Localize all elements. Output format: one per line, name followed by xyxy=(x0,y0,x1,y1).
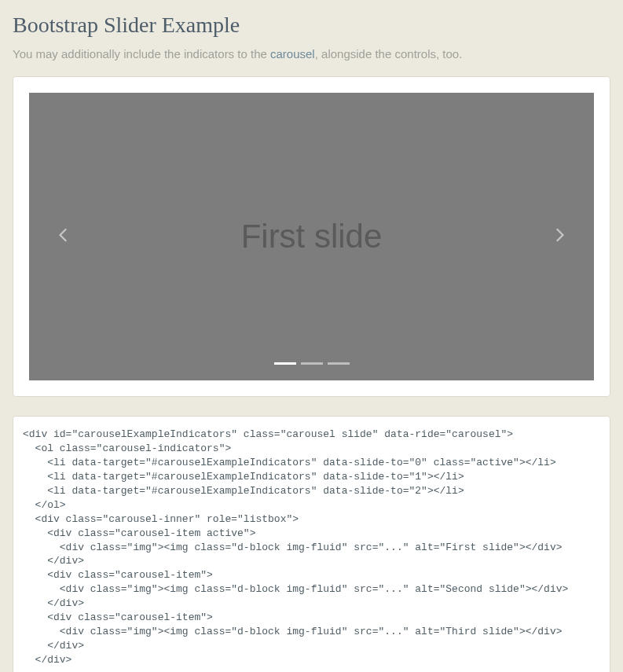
subtitle-suffix: , alongside the controls, too. xyxy=(315,47,463,61)
carousel-indicator-0[interactable] xyxy=(274,362,296,365)
page-title: Bootstrap Slider Example xyxy=(13,13,610,38)
chevron-left-icon xyxy=(57,227,72,246)
carousel-card: First slide xyxy=(13,76,610,397)
carousel-indicator-1[interactable] xyxy=(301,362,323,365)
carousel-link[interactable]: carousel xyxy=(270,47,315,61)
carousel-next-button[interactable] xyxy=(523,93,594,380)
carousel: First slide xyxy=(29,93,594,380)
carousel-indicators xyxy=(274,362,350,365)
carousel-indicator-2[interactable] xyxy=(328,362,350,365)
page-subtitle: You may additionally include the indicat… xyxy=(13,47,610,61)
code-block: <div id="carouselExampleIndicators" clas… xyxy=(23,428,600,667)
carousel-prev-button[interactable] xyxy=(29,93,100,380)
slide-label: First slide xyxy=(241,218,383,255)
subtitle-prefix: You may additionally include the indicat… xyxy=(13,47,270,61)
chevron-right-icon xyxy=(551,227,566,246)
code-card: <div id="carouselExampleIndicators" clas… xyxy=(13,416,610,672)
